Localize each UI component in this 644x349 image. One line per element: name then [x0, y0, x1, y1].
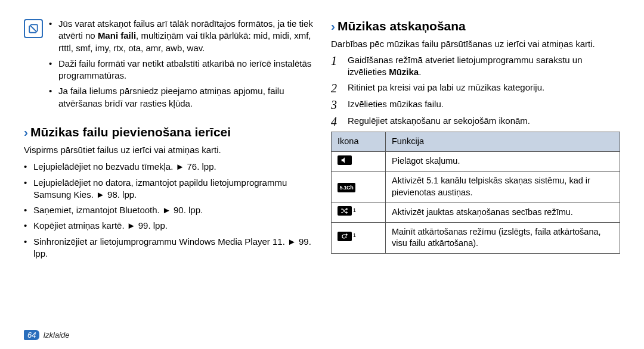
step-item: 4Regulējiet atskaņošanu ar sekojošām iko…: [331, 115, 620, 128]
step-number: 1: [331, 54, 342, 79]
table-row: A1Mainīt atkārtošanas režīmu (izslēgts, …: [332, 222, 620, 253]
note-bullet: Daži failu formāti var netikt atbalstīti…: [49, 58, 313, 82]
repeat-icon: A: [338, 232, 352, 241]
icon-cell: 1: [332, 202, 386, 223]
step-text: Regulējiet atskaņošanu ar sekojošām ikon…: [348, 115, 530, 128]
icon-cell: [332, 151, 386, 172]
table-row: 1Aktivizēt jauktas atskaņošanas secības …: [332, 202, 620, 223]
list-item: Kopējiet atmiņas kartē. ► 99. lpp.: [24, 220, 313, 232]
note-bullet: Ja faila lielums pārsniedz pieejamo atmi…: [49, 85, 313, 110]
icon-function-table: Ikona Funkcija Pielāgot skaļumu.5.1ChAkt…: [331, 132, 620, 254]
icon-cell: A1: [332, 222, 386, 253]
steps-list: 1Gaidīšanas režīmā atveriet lietojumprog…: [331, 54, 620, 129]
add-files-list: Lejupielādējiet no bezvadu tīmekļa. ► 76…: [24, 161, 313, 260]
icon-cell: 5.1Ch: [332, 172, 386, 202]
section-intro: Vispirms pārsūtiet failus uz ierīci vai …: [24, 144, 313, 156]
step-number: 4: [331, 115, 342, 128]
section-title-text: Mūzikas atskaņošana: [338, 19, 466, 33]
note-bullets: Jūs varat atskaņot failus arī tālāk norā…: [49, 18, 313, 113]
note-icon: [24, 19, 43, 38]
section-intro: Darbības pēc mūzikas failu pārsūtīšanas …: [331, 38, 620, 50]
note-block: Jūs varat atskaņot failus arī tālāk norā…: [24, 18, 313, 113]
step-text: Izvēlieties mūzikas failu.: [348, 98, 444, 111]
section-heading-add-files: ›Mūzikas failu pievienošana ierīcei: [24, 124, 313, 141]
right-column: ›Mūzikas atskaņošana Darbības pēc mūzika…: [331, 18, 620, 322]
table-header-function: Funkcija: [386, 132, 620, 152]
list-item: Sinhronizējiet ar lietojumprogrammu Wind…: [24, 236, 313, 260]
step-number: 3: [331, 98, 342, 111]
function-cell: Mainīt atkārtošanas režīmu (izslēgts, fa…: [386, 222, 620, 253]
left-column: Jūs varat atskaņot failus arī tālāk norā…: [24, 18, 313, 322]
step-item: 3Izvēlieties mūzikas failu.: [331, 98, 620, 111]
list-item: Saņemiet, izmantojot Bluetooth. ► 90. lp…: [24, 204, 313, 216]
page-number: 64: [24, 330, 39, 340]
chevron-icon: ›: [331, 19, 335, 33]
page-footer: 64Izklaide: [24, 331, 70, 339]
shuffle-icon: [338, 206, 352, 216]
table-header-icon: Ikona: [332, 132, 386, 152]
step-number: 2: [331, 82, 342, 95]
function-cell: Aktivizēt 5.1 kanālu telpiskās skaņas si…: [386, 172, 620, 202]
section-title-text: Mūzikas failu pievienošana ierīcei: [30, 125, 231, 139]
fiveone-icon: 5.1Ch: [338, 183, 355, 192]
list-item: Lejupielādējiet no bezvadu tīmekļa. ► 76…: [24, 161, 313, 173]
chevron-icon: ›: [24, 125, 28, 139]
section-heading-playback: ›Mūzikas atskaņošana: [331, 18, 620, 35]
footer-section: Izklaide: [43, 331, 69, 339]
step-text: Ritiniet pa kreisi vai pa labi uz mūzika…: [348, 82, 544, 95]
function-cell: Aktivizēt jauktas atskaņošanas secības r…: [386, 202, 620, 223]
table-row: Pielāgot skaļumu.: [332, 151, 620, 172]
step-item: 1Gaidīšanas režīmā atveriet lietojumprog…: [331, 54, 620, 79]
note-bullet: Jūs varat atskaņot failus arī tālāk norā…: [49, 18, 313, 54]
list-item: Lejupielādējiet no datora, izmantojot pa…: [24, 177, 313, 201]
svg-text:A: A: [345, 235, 348, 239]
speaker-icon: [338, 155, 352, 165]
step-item: 2Ritiniet pa kreisi vai pa labi uz mūzik…: [331, 82, 620, 95]
function-cell: Pielāgot skaļumu.: [386, 151, 620, 172]
step-text: Gaidīšanas režīmā atveriet lietojumprogr…: [348, 54, 620, 79]
table-row: 5.1ChAktivizēt 5.1 kanālu telpiskās skaņ…: [332, 172, 620, 202]
